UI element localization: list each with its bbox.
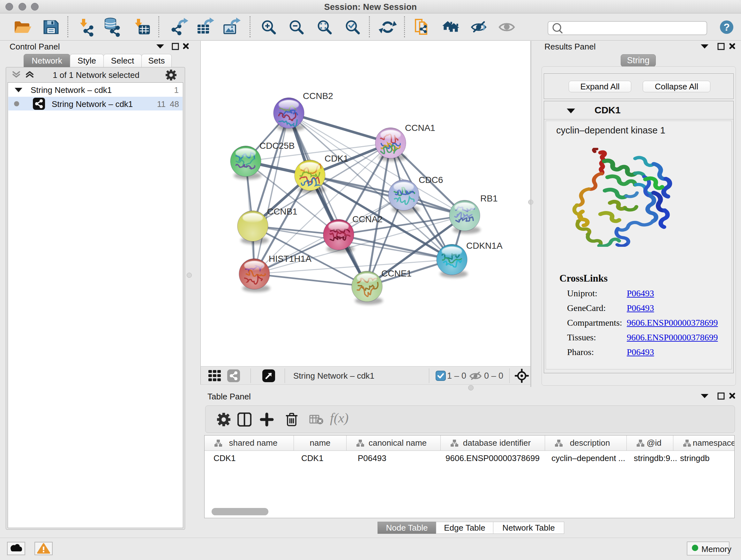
svg-text:CCNB1: CCNB1 [267, 206, 297, 216]
svg-text:?: ? [724, 21, 730, 33]
svg-text:CDC25B: CDC25B [259, 141, 294, 151]
svg-text:HIST1H1A: HIST1H1A [269, 254, 312, 264]
svg-text:CCNB2: CCNB2 [303, 91, 333, 101]
svg-text:CDC6: CDC6 [419, 175, 443, 185]
svg-text:CCNA1: CCNA1 [405, 123, 435, 133]
svg-text:CCNE1: CCNE1 [381, 268, 412, 278]
svg-text:RB1: RB1 [480, 193, 497, 203]
svg-text:CDKN1A: CDKN1A [466, 241, 502, 251]
svg-text:CCNA2: CCNA2 [352, 214, 383, 224]
svg-text:CDK1: CDK1 [325, 153, 348, 164]
